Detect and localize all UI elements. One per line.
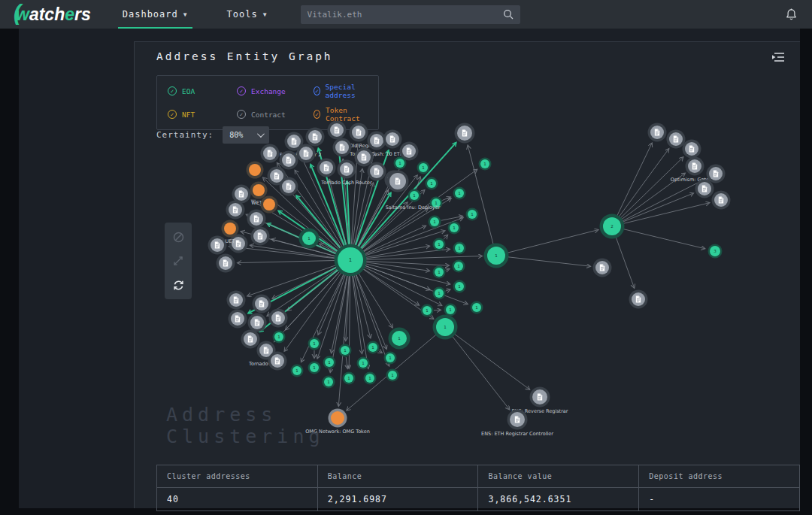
graph-node-eoa[interactable]: 1 (367, 341, 380, 354)
table-cell: 3,866,542.6351 (478, 488, 639, 511)
svg-text:1: 1 (422, 165, 425, 170)
graph-node-contract[interactable] (368, 162, 386, 181)
graph-node-contract[interactable] (227, 291, 246, 310)
legend-item-token-contract[interactable]: ✓Token Contract (314, 106, 368, 123)
graph-node-hub[interactable]: 1 (335, 244, 367, 277)
graph-node-contract[interactable] (247, 210, 266, 229)
notifications-icon[interactable] (783, 7, 798, 22)
graph-node-eoa[interactable]: 1 (384, 352, 397, 365)
graph-node-contract[interactable] (251, 227, 270, 246)
graph-node-eoa[interactable]: 1 (394, 157, 407, 170)
graph-node-hub[interactable]: 1 (389, 328, 411, 350)
nav-tools[interactable]: Tools ▼ (227, 0, 268, 29)
graph-node-contract[interactable] (217, 254, 235, 273)
graph-node-contract[interactable] (306, 128, 325, 147)
legend-item-nft[interactable]: ✓NFT (168, 106, 232, 123)
collapse-panel-icon[interactable] (770, 50, 786, 65)
nav-dashboard[interactable]: Dashboard ▼ (123, 0, 188, 29)
graph-node-eoa[interactable]: 1 (408, 189, 421, 202)
graph-node-eoa[interactable]: 1 (433, 287, 446, 300)
graph-node-eoa[interactable]: 1 (323, 376, 335, 389)
graph-node-token[interactable]: OMG Network: OMG Token (305, 409, 370, 435)
legend-item-contract[interactable]: ✓Contract (237, 106, 309, 123)
graph-node-hub[interactable]: 2 (600, 214, 625, 239)
graph-node-eoa[interactable]: 1 (466, 208, 479, 221)
graph-node-eoa[interactable]: 1 (364, 372, 377, 385)
graph-edge (446, 289, 450, 291)
entity-graph-canvas[interactable]: 1112113ENS: Public Resolver 2ENS: Old Re… (140, 121, 801, 456)
legend-item-exchange[interactable]: ✓Exchange (237, 83, 309, 99)
svg-text:1: 1 (371, 345, 374, 350)
check-circle-icon: ✓ (168, 110, 177, 119)
graph-node-contract[interactable] (226, 201, 245, 220)
graph-node-contract[interactable] (695, 180, 714, 198)
graph-node-hub[interactable]: 1 (484, 244, 509, 268)
graph-node-contract[interactable] (383, 130, 402, 149)
graph-node-eoa[interactable]: 1 (448, 222, 461, 235)
graph-node-contract[interactable] (297, 144, 316, 163)
search-icon[interactable] (503, 9, 514, 20)
graph-node-eoa[interactable]: 1 (386, 369, 399, 382)
fit-view-button[interactable] (167, 250, 189, 272)
graph-node-contract[interactable] (208, 236, 227, 255)
svg-text:1: 1 (328, 360, 331, 365)
graph-edge (620, 157, 683, 218)
watchers-logo[interactable]: (watchers (14, 2, 91, 27)
graph-node-token[interactable] (247, 162, 264, 179)
graph-node-eoa[interactable]: 1 (273, 331, 286, 344)
graph-node-hub[interactable]: 1 (299, 229, 320, 249)
graph-node-eoa[interactable]: 1 (453, 260, 465, 273)
graph-node-eoa[interactable]: 1 (453, 280, 466, 293)
graph-node-contract[interactable] (280, 151, 298, 170)
graph-node-eoa[interactable]: 1 (444, 304, 457, 317)
legend-item-eoa[interactable]: ✓EOA (168, 83, 232, 99)
graph-node-eoa[interactable]: 1 (291, 365, 304, 377)
graph-node-contract[interactable] (593, 259, 612, 277)
graph-node-contract[interactable] (261, 144, 280, 163)
graph-node-eoa[interactable]: 1 (426, 177, 438, 190)
graph-node-contract[interactable] (648, 123, 667, 142)
graph-node-contract[interactable] (253, 295, 271, 314)
graph-node-token[interactable] (261, 196, 278, 214)
graph-node-eoa[interactable]: 1 (357, 357, 370, 370)
graph-node-hub[interactable]: 1 (433, 315, 458, 340)
graph-node-contract[interactable] (455, 123, 475, 144)
graph-node-contract[interactable] (328, 121, 347, 140)
page-title: Address Entity Graph (156, 50, 333, 62)
graph-node-contract[interactable] (268, 352, 287, 371)
search-box[interactable] (301, 5, 520, 24)
graph-node-contract[interactable] (387, 171, 409, 192)
graph-node-contract[interactable] (280, 177, 298, 196)
graph-node-eoa[interactable]: 1 (453, 242, 466, 255)
graph-node-eoa[interactable]: 1 (471, 301, 483, 314)
search-input[interactable] (308, 10, 503, 20)
graph-node-contract[interactable] (229, 310, 247, 329)
hide-nodes-button[interactable] (167, 226, 189, 248)
graph-node-contract[interactable] (333, 138, 352, 157)
graph-node-eoa[interactable]: 1 (323, 356, 336, 369)
graph-node-contract[interactable] (317, 159, 336, 177)
graph-node-eoa[interactable]: 1 (429, 216, 441, 229)
legend-item-special-address[interactable]: ✓Special address (314, 83, 368, 99)
graph-node-contract[interactable] (269, 309, 288, 328)
graph-node-contract[interactable] (707, 165, 726, 183)
graph-node-contract[interactable] (667, 130, 686, 149)
graph-node-contract[interactable] (355, 148, 374, 167)
graph-node-eoa[interactable]: 1 (421, 304, 434, 317)
graph-node-contract[interactable] (712, 191, 731, 210)
graph-node-contract[interactable] (241, 330, 260, 349)
graph-node-eoa[interactable]: 1 (433, 266, 446, 279)
graph-node-contract[interactable] (683, 140, 701, 159)
graph-node-eoa[interactable]: 1 (308, 362, 321, 374)
graph-node-eoa[interactable]: 3 (708, 244, 723, 259)
graph-node-eoa[interactable]: 1 (308, 338, 321, 350)
graph-node-contract[interactable] (629, 290, 648, 309)
graph-node-eoa[interactable]: 1 (343, 372, 356, 385)
graph-node-eoa[interactable]: 1 (453, 187, 466, 200)
graph-node-eoa[interactable]: 1 (339, 344, 352, 357)
graph-node-eoa[interactable]: 1 (433, 238, 446, 251)
graph-node-contract[interactable] (248, 314, 267, 332)
refresh-button[interactable] (167, 274, 189, 296)
graph-node-eoa[interactable]: 1 (417, 162, 430, 174)
graph-node-eoa[interactable]: 1 (479, 158, 492, 171)
